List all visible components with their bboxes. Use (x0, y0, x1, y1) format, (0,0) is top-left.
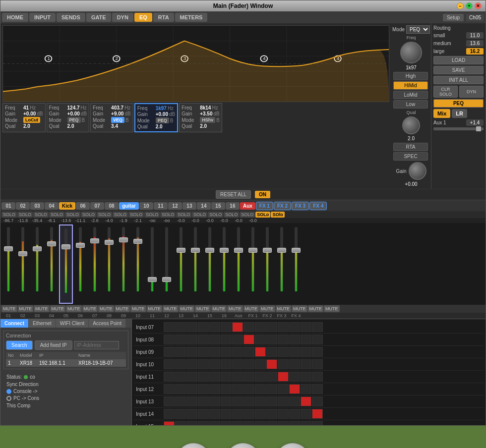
solo-01[interactable]: SOLO (1, 212, 17, 218)
cell-14-8[interactable] (243, 409, 254, 419)
eq-display[interactable]: 1 2 3 4 4 (2, 25, 389, 102)
cell-10-7[interactable] (232, 359, 243, 369)
cell-07-14[interactable] (312, 322, 323, 332)
band1-locut[interactable]: LoCut (23, 117, 40, 123)
tab-access-point[interactable]: Access Point (89, 319, 125, 328)
fader-fx4[interactable] (289, 224, 303, 304)
save-button[interactable]: SAVE (433, 66, 484, 74)
search-button[interactable]: Search (6, 340, 33, 350)
cell-09-1[interactable] (164, 347, 175, 357)
cell-12-12[interactable] (289, 384, 300, 394)
solo-12[interactable]: SOLO (176, 212, 191, 218)
fader-12[interactable] (160, 224, 174, 304)
cell-13-13[interactable] (301, 396, 311, 406)
cell-07-5[interactable] (209, 322, 220, 332)
mix-button[interactable]: Mix (433, 109, 450, 118)
solo-02[interactable]: SOLO (17, 212, 33, 218)
cell-08-3[interactable] (186, 335, 197, 344)
ch-14[interactable]: 14 (197, 202, 211, 210)
mute-fx2[interactable]: MUTE (292, 305, 307, 312)
mute-02[interactable]: MUTE (18, 305, 34, 312)
ch-13[interactable]: 13 (182, 202, 196, 210)
band-4[interactable]: Freq 1k97 Hz Gain +0.00 dB Mode PEQ B (134, 103, 179, 132)
solo-lr[interactable]: SOlo (271, 212, 285, 218)
fader-15[interactable] (203, 224, 217, 304)
fader-10[interactable] (131, 224, 145, 304)
cell-08-4[interactable] (198, 335, 209, 344)
cell-14-9[interactable] (255, 409, 266, 419)
cell-15-8[interactable] (243, 421, 254, 425)
ch-fx1[interactable]: FX 1 (256, 202, 273, 210)
ch-02[interactable]: 02 (16, 202, 30, 210)
cell-08-10[interactable] (266, 335, 277, 344)
cell-07-1[interactable] (164, 322, 175, 332)
mute-08[interactable]: MUTE (115, 305, 130, 312)
clr-solo-button[interactable]: CLR SOLO (433, 86, 458, 98)
cell-14-11[interactable] (278, 409, 289, 419)
ch-guitar[interactable]: guitar (119, 202, 139, 210)
solo-aux[interactable]: SOLo (255, 212, 270, 218)
fader-fx3[interactable] (275, 224, 289, 304)
cell-11-5[interactable] (209, 372, 220, 382)
cell-15-11[interactable] (278, 421, 289, 425)
cell-13-11[interactable] (278, 396, 289, 406)
cell-08-8[interactable] (243, 335, 254, 344)
cell-10-10[interactable] (266, 359, 277, 369)
cell-15-7[interactable] (232, 421, 243, 425)
fader-03[interactable] (30, 224, 44, 304)
solo-15[interactable]: SOLO (224, 212, 239, 218)
cell-14-7[interactable] (232, 409, 243, 419)
mute-fx4[interactable]: MUTE (324, 305, 340, 312)
fader-kick[interactable] (59, 224, 73, 304)
cell-11-6[interactable] (221, 372, 232, 382)
cell-11-7[interactable] (232, 372, 243, 382)
peq-button[interactable]: PEQ (433, 99, 484, 108)
init-all-button[interactable]: INIT ALL (433, 76, 484, 84)
cell-12-2[interactable] (175, 384, 186, 394)
solo-kick[interactable]: SOLO (65, 212, 80, 218)
cell-10-2[interactable] (175, 359, 186, 369)
fader-11[interactable] (145, 224, 159, 304)
mute-fx3[interactable]: MUTE (308, 305, 324, 312)
ch-07[interactable]: 07 (90, 202, 104, 210)
cell-14-3[interactable] (186, 409, 197, 419)
cell-13-6[interactable] (221, 396, 232, 406)
cell-08-5[interactable] (209, 335, 220, 344)
cell-07-9[interactable] (255, 322, 266, 332)
cell-10-14[interactable] (312, 359, 323, 369)
cell-11-14[interactable] (312, 372, 323, 382)
mute-13[interactable]: MUTE (195, 305, 211, 312)
setup-button[interactable]: Setup (443, 14, 464, 21)
close-button[interactable]: ✕ (475, 2, 482, 9)
qual-knob[interactable] (402, 116, 420, 134)
cell-13-3[interactable] (186, 396, 197, 406)
band-2[interactable]: Freq 124.7 Hz Gain +0.00 dB Mode PEQ B (47, 103, 90, 132)
cell-12-1[interactable] (164, 384, 175, 394)
tab-connect[interactable]: Connect (0, 319, 28, 328)
mode-select[interactable]: PEQ (406, 25, 430, 34)
cell-15-6[interactable] (221, 421, 232, 425)
cell-13-5[interactable] (209, 396, 220, 406)
ch-fx3[interactable]: FX 3 (292, 202, 309, 210)
solo-14[interactable]: SOLO (208, 212, 223, 218)
cell-14-12[interactable] (289, 409, 300, 419)
mute-guitar[interactable]: MUTE (130, 305, 146, 312)
mute-11[interactable]: MUTE (163, 305, 179, 312)
cell-11-9[interactable] (255, 372, 266, 382)
cell-12-14[interactable] (312, 384, 323, 394)
cell-07-7[interactable] (232, 322, 243, 332)
fader-guitar[interactable] (117, 224, 130, 304)
cell-10-3[interactable] (186, 359, 197, 369)
ip-input[interactable] (74, 341, 119, 349)
solo-04[interactable]: SOLO (49, 212, 64, 218)
cell-14-10[interactable] (266, 409, 277, 419)
minimize-button[interactable]: – (457, 2, 464, 9)
cell-15-14[interactable] (312, 421, 323, 425)
cell-08-12[interactable] (289, 335, 300, 344)
cell-10-5[interactable] (209, 359, 220, 369)
mute-10[interactable]: MUTE (147, 305, 163, 312)
cell-14-14[interactable] (312, 409, 323, 419)
cell-11-12[interactable] (289, 372, 300, 382)
cell-11-2[interactable] (175, 372, 186, 382)
filter-rta[interactable]: RTA (393, 143, 428, 151)
